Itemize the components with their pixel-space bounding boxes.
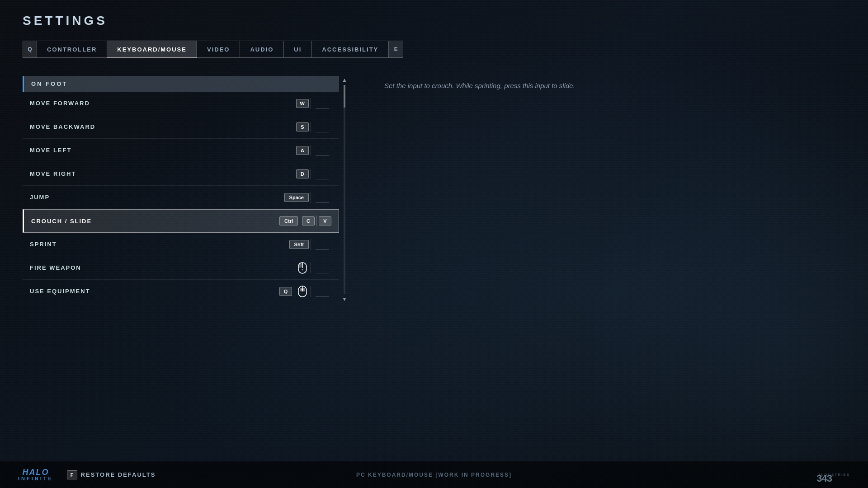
svg-point-7 — [302, 289, 303, 291]
settings-title: SETTINGS — [23, 14, 845, 28]
setting-row-move-backward[interactable]: MOVE BACKWARD S — [23, 115, 339, 139]
scroll-up-arrow[interactable]: ▲ — [342, 77, 347, 83]
keybinds-use-equipment: Q — [279, 286, 332, 297]
tab-accessibility[interactable]: ACCESSIBILITY — [312, 41, 389, 58]
mouse-middle-icon — [298, 286, 307, 297]
setting-row-crouch-slide[interactable]: CROUCH / SLIDE Ctrl C V — [23, 209, 339, 233]
tab-nav-right[interactable]: E — [389, 41, 403, 58]
scroll-down-arrow[interactable]: ▼ — [342, 296, 347, 302]
setting-row-sprint[interactable]: SPRINT Shft — [23, 233, 339, 256]
section-header: ON FOOT — [23, 76, 339, 92]
keybinds-move-backward: S — [296, 122, 332, 132]
studios-logo: 343 — [816, 473, 832, 484]
tab-audio[interactable]: AUDIO — [240, 41, 284, 58]
keybinds-crouch-slide: Ctrl C V — [279, 216, 331, 226]
svg-rect-2 — [298, 263, 302, 268]
setting-row-move-forward[interactable]: MOVE FORWARD W — [23, 92, 339, 115]
settings-panel: ON FOOT MOVE FORWARD W MOVE BACKWARD S — [23, 76, 339, 303]
restore-defaults-button[interactable]: F Restore Defaults — [67, 470, 156, 479]
tab-video[interactable]: VIDEO — [197, 41, 240, 58]
tabs-bar: Q CONTROLLER KEYBOARD/MOUSE VIDEO AUDIO … — [23, 41, 845, 58]
setting-row-use-equipment[interactable]: USE EQUIPMENT Q — [23, 280, 339, 303]
svg-point-3 — [302, 269, 303, 270]
bottom-bar: HALO INFINITE F Restore Defaults PC KEYB… — [0, 461, 868, 488]
setting-row-move-right[interactable]: MOVE RIGHT D — [23, 162, 339, 186]
keybinds-move-forward: W — [296, 98, 332, 109]
tab-controller[interactable]: CONTROLLER — [37, 41, 107, 58]
restore-label: Restore Defaults — [81, 471, 156, 478]
restore-key-badge: F — [67, 470, 77, 479]
mouse-left-icon — [298, 262, 307, 274]
halo-infinite-logo: HALO INFINITE — [18, 468, 53, 481]
tab-nav-left[interactable]: Q — [23, 41, 37, 58]
keybinds-jump: Space — [284, 192, 332, 203]
keybinds-move-left: A — [296, 145, 332, 156]
setting-row-fire-weapon[interactable]: FIRE WEAPON — [23, 256, 339, 280]
description-text: Set the input to crouch. While sprinting… — [384, 80, 575, 91]
tab-keyboard-mouse[interactable]: KEYBOARD/MOUSE — [107, 41, 197, 58]
bottom-center-label: PC KEYBOARD/MOUSE [WORK IN PROGRESS] — [356, 472, 512, 478]
keybinds-move-right: D — [296, 169, 332, 179]
setting-row-jump[interactable]: JUMP Space — [23, 186, 339, 209]
keybinds-fire-weapon — [298, 262, 332, 274]
main-layout: ON FOOT MOVE FORWARD W MOVE BACKWARD S — [23, 76, 845, 303]
tab-ui[interactable]: UI — [284, 41, 312, 58]
description-panel: Set the input to crouch. While sprinting… — [366, 76, 845, 91]
keybinds-sprint: Shft — [289, 239, 332, 250]
setting-row-move-left[interactable]: MOVE LEFT A — [23, 139, 339, 162]
